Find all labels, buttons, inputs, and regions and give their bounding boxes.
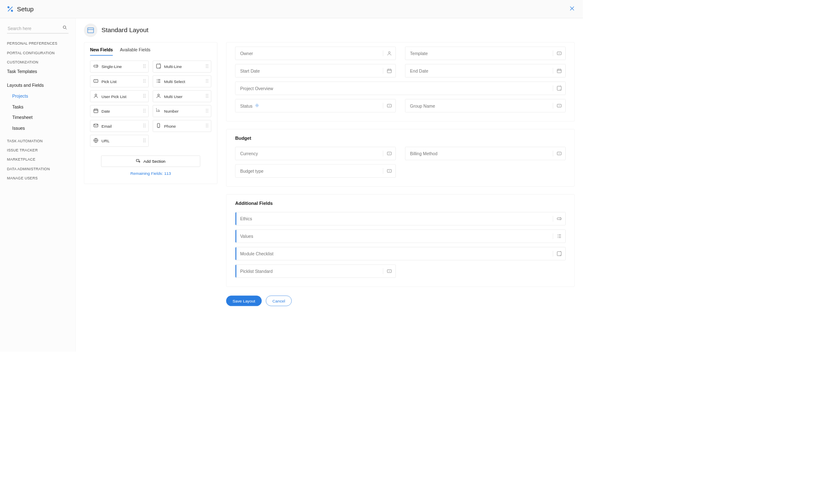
drag-handle-icon[interactable]	[142, 138, 146, 144]
multiline-icon	[156, 63, 161, 70]
nav-section-issue-tracker[interactable]: ISSUE TRACKER	[7, 148, 76, 152]
field-label: Phone	[164, 123, 176, 128]
nav-sub-tasks[interactable]: Tasks	[7, 101, 76, 112]
nav-section-task-automation[interactable]: TASK AUTOMATION	[7, 139, 76, 143]
cancel-button[interactable]: Cancel	[266, 295, 292, 306]
field-owner[interactable]: Owner	[235, 47, 396, 60]
add-section-label: Add Section	[144, 159, 166, 164]
field-module-checklist[interactable]: Module Checklist	[235, 247, 566, 260]
nav-section-personal[interactable]: PERSONAL PREFERENCES	[7, 42, 76, 46]
nav-section-marketplace[interactable]: MARKETPLACE	[7, 158, 76, 162]
sidebar: PERSONAL PREFERENCES PORTAL CONFIGURATIO…	[0, 18, 76, 352]
field-picklist-standard[interactable]: Picklist Standard	[235, 265, 396, 278]
phone-icon	[156, 123, 161, 129]
drag-handle-icon[interactable]	[205, 78, 208, 84]
field-label: Pick List	[101, 79, 116, 84]
drag-handle-icon[interactable]	[142, 123, 146, 129]
field-multi-line[interactable]: Multi-Line	[153, 60, 211, 73]
drag-handle-icon[interactable]	[142, 78, 146, 84]
topbar: Setup	[0, 0, 583, 18]
field-currency[interactable]: Currency	[235, 147, 396, 160]
date-type-icon	[383, 68, 392, 74]
singleline-type-icon	[553, 216, 562, 222]
picklist-type-icon	[553, 151, 562, 156]
field-user-pick-list[interactable]: User Pick List	[90, 90, 149, 102]
picklist-type-icon	[553, 103, 562, 108]
nav-item-task-templates[interactable]: Task Templates	[7, 66, 76, 77]
field-label: Billing Method	[410, 151, 438, 156]
singleline-icon	[93, 63, 99, 70]
nav-sub-issues[interactable]: Issues	[7, 123, 76, 134]
drag-handle-icon[interactable]	[205, 108, 208, 114]
field-label: Start Date	[240, 68, 260, 73]
field-label: Project Overview	[240, 86, 273, 91]
multiselect-type-icon	[553, 233, 562, 239]
field-url[interactable]: URL	[90, 135, 149, 147]
section-title: Budget	[235, 136, 566, 141]
nav-section-data-admin[interactable]: DATA ADMINISTRATION	[7, 167, 76, 171]
search-input[interactable]	[7, 24, 68, 34]
field-label: Ethics	[240, 216, 252, 221]
field-number[interactable]: Number	[153, 105, 211, 117]
save-layout-button[interactable]: Save Layout	[226, 295, 262, 306]
nav-section-portal[interactable]: PORTAL CONFIGURATION	[7, 51, 76, 55]
field-label: Currency	[240, 151, 258, 156]
drag-handle-icon[interactable]	[142, 93, 146, 99]
field-email[interactable]: Email	[90, 120, 149, 132]
field-multi-select[interactable]: Multi Select	[153, 76, 211, 88]
nav-sub-projects[interactable]: Projects	[7, 91, 76, 101]
field-pick-list[interactable]: Pick List	[90, 76, 149, 88]
field-label: Values	[240, 234, 253, 239]
field-label: Status	[240, 103, 259, 108]
field-values[interactable]: Values	[235, 229, 566, 243]
field-billing-method[interactable]: Billing Method	[405, 147, 566, 160]
field-end-date[interactable]: End Date	[405, 64, 566, 78]
section-card-additional: Additional Fields Ethics Values	[226, 194, 575, 287]
field-single-line[interactable]: Single-Line	[90, 60, 149, 73]
field-start-date[interactable]: Start Date	[235, 64, 396, 78]
add-section-button[interactable]: Add Section	[101, 156, 200, 167]
field-project-overview[interactable]: Project Overview	[235, 81, 566, 95]
drag-handle-icon[interactable]	[142, 64, 146, 69]
layout-canvas: Owner Template Start Date	[226, 42, 575, 309]
drag-handle-icon[interactable]	[142, 108, 146, 114]
drag-handle-icon[interactable]	[205, 93, 208, 99]
field-phone[interactable]: Phone	[153, 120, 211, 132]
picklist-type-icon	[383, 103, 392, 108]
nav-sub-timesheet[interactable]: Timesheet	[7, 112, 76, 123]
remaining-fields-link[interactable]: Remaining Fields: 113	[90, 171, 211, 176]
field-status[interactable]: Status	[235, 99, 396, 112]
field-template[interactable]: Template	[405, 47, 566, 60]
field-label: Single-Line	[101, 64, 122, 69]
field-label: Multi User	[164, 94, 182, 98]
search-icon[interactable]	[63, 25, 67, 31]
tab-available-fields[interactable]: Available Fields	[120, 47, 150, 55]
field-group-name[interactable]: Group Name	[405, 99, 566, 112]
field-label: Picklist Standard	[240, 269, 273, 274]
field-budget-type[interactable]: Budget type	[235, 164, 396, 178]
field-label: Date	[101, 109, 110, 113]
field-date[interactable]: Date	[90, 105, 149, 117]
picklist-type-icon	[383, 151, 392, 156]
user-type-icon	[383, 50, 392, 56]
tab-new-fields[interactable]: New Fields	[90, 47, 113, 55]
drag-handle-icon[interactable]	[205, 123, 208, 129]
section-title: Additional Fields	[235, 201, 566, 207]
nav-section-manage-users[interactable]: MANAGE USERS	[7, 176, 76, 180]
close-button[interactable]	[568, 4, 576, 14]
layout-title: Standard Layout	[101, 27, 149, 34]
field-palette-panel: New Fields Available Fields Single-Line …	[84, 42, 218, 184]
field-ethics[interactable]: Ethics	[235, 212, 566, 225]
field-label: Template	[410, 51, 428, 56]
picklist-type-icon	[383, 168, 392, 174]
email-icon	[93, 123, 99, 129]
gear-icon[interactable]	[255, 103, 259, 108]
drag-handle-icon[interactable]	[205, 64, 208, 69]
picklist-type-icon	[553, 50, 562, 56]
field-label: Number	[164, 109, 179, 113]
nav-item-layouts-fields[interactable]: Layouts and Fields	[7, 80, 76, 91]
multiselect-icon	[156, 78, 161, 85]
field-multi-user[interactable]: Multi User	[153, 90, 211, 102]
nav-section-customization[interactable]: CUSTOMIZATION	[7, 60, 76, 64]
field-label: Group Name	[410, 103, 435, 108]
